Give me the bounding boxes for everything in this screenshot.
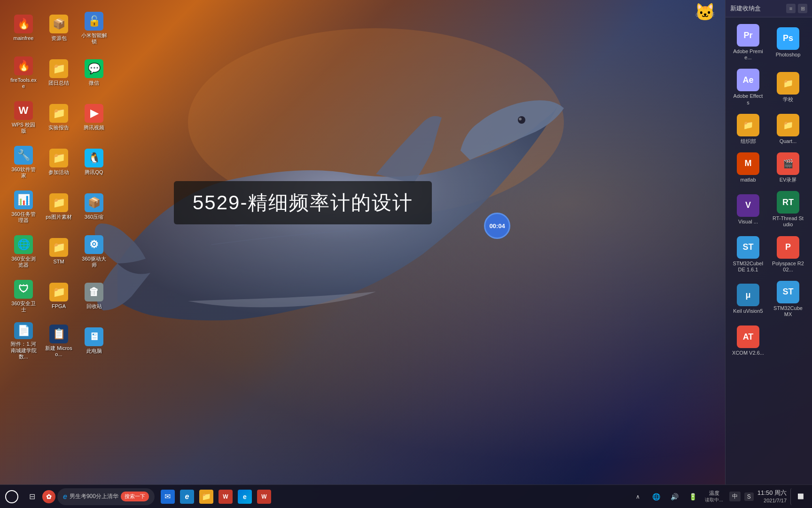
adobe-premiere-right-label: Adobe Premie... [732,48,764,61]
wps2-taskbar-btn[interactable]: W [217,488,234,505]
desktop-icon-firetools[interactable]: 🔥fireTools.exe [7,52,40,94]
360-manager-label: 360软件管家 [9,167,38,179]
wps-taskbar-btn[interactable]: ✿ [40,488,57,505]
desktop-icon-360-guard[interactable]: 🛡360安全卫士 [7,275,40,318]
taskbar-right: ∧ 🌐 🔊 🔋 温度 读取中... 中 S 11:50 周六 2021/7/17… [629,488,812,505]
svg-point-1 [518,116,525,124]
tray-network[interactable]: 🌐 [648,488,664,505]
tray-up-arrow[interactable]: ∧ [629,488,646,505]
desktop-icon-tengxu-qq[interactable]: 🐧腾讯QQ [78,141,110,183]
desktop-icon-fpga[interactable]: 📁FPGA [42,275,75,318]
fpga-label: FPGA [52,303,66,310]
right-icon-polyspace[interactable]: PPolyspace R202... [769,233,807,276]
360-manager-icon: 🔧 [14,146,33,165]
desktop-icon-tuanrizong[interactable]: 📁团日总结 [42,52,75,94]
show-desktop-btn[interactable]: ⬜ [790,488,807,505]
right-icon-xuexiao[interactable]: 📁学校 [769,66,807,108]
360-browser-icon: 🌐 [14,235,33,254]
desktop-icon-doc-henan[interactable]: 📄附件：1.河南城建学院数... [7,320,40,362]
desktop-icon-grid: 🔥mainfree📦资源包🔓小米智能解锁🔥fireTools.exe📁团日总结💬… [5,5,108,365]
right-icon-quart[interactable]: 📁Quart... [769,111,807,147]
desktop-icon-tengxu-video[interactable]: ▶腾讯视频 [78,96,110,139]
right-icon-matlab[interactable]: Mmatlab [729,150,767,186]
edge-taskbar-btn[interactable]: e [236,488,253,505]
desktop-icon-stm[interactable]: 📁STM [42,230,75,273]
tengxu-qq-label: 腾讯QQ [85,169,103,175]
wps-campus-icon: W [14,101,33,120]
desktop-icon-weixin[interactable]: 💬微信 [78,52,110,94]
desktop-icon-360-zip[interactable]: 📦360压缩 [78,186,110,228]
desktop-icon-360-browser[interactable]: 🌐360安全浏览器 [7,230,40,273]
zuzhipu-right-label: 组织部 [741,138,756,144]
right-icon-stm32-cubemx[interactable]: STSTM32CubeMX [769,278,807,320]
ie-taskbar-btn[interactable]: e [179,488,195,505]
search-button[interactable]: 搜索一下 [121,492,149,501]
lang-switch-s[interactable]: S [744,492,754,501]
new-microsoft-label: 新建 Microso... [45,345,73,357]
tuanrizong-icon: 📁 [49,59,68,78]
recycle-icon: 🗑 [85,283,103,302]
xiaomi-unlock-icon: 🔓 [85,12,103,31]
desktop-icon-360-manager[interactable]: 🔧360软件管家 [7,141,40,183]
svg-point-2 [519,118,522,120]
right-icon-zuzhipu[interactable]: 📁组织部 [729,111,767,147]
weather-text: 温度 [709,490,719,497]
timer-badge: 00:04 [484,213,510,239]
desktop-icon-ps-sucai[interactable]: 📁ps图片素材 [42,186,75,228]
recycle-label: 回收站 [86,303,102,310]
360-browser-label: 360安全浏览器 [9,256,38,268]
fpga-icon: 📁 [49,283,68,302]
mail-taskbar-btn[interactable]: ✉ [159,488,176,505]
start-button[interactable] [2,487,21,506]
xcom-right-label: XCOM V2.6... [732,350,764,356]
taskview-button[interactable]: ⊟ [23,488,40,505]
ie-search-bar[interactable]: e 男生考900分上清华 搜索一下 [57,488,155,505]
tengxu-video-label: 腾讯视频 [84,125,104,131]
weixin-icon: 💬 [85,59,103,78]
desktop-icon-360-task[interactable]: 📊360任务管理器 [7,186,40,228]
right-icon-adobe-effects[interactable]: AeAdobe Effects [729,66,767,108]
shiyanbaogao-icon: 📁 [49,104,68,123]
ps-sucai-label: ps图片素材 [46,214,72,220]
desktop-icon-this-pc[interactable]: 🖥此电脑 [78,320,110,362]
explorer-taskbar-btn[interactable]: 📁 [198,488,215,505]
weather-widget[interactable]: 温度 读取中... [705,490,723,503]
desktop-icon-wps-campus[interactable]: WWPS 校园版 [7,96,40,139]
desktop-icon-mainfree[interactable]: 🔥mainfree [7,7,40,49]
360-guard-icon: 🛡 [14,280,33,299]
cat-icon: 🐱 [695,2,716,22]
360-guard-label: 360安全卫士 [9,301,38,313]
right-icon-ev-luzhi[interactable]: 🎬EV录屏 [769,150,807,186]
lang-switch-zh[interactable]: 中 [729,492,741,501]
desktop-icon-shiyanbaogao[interactable]: 📁实验报告 [42,96,75,139]
adobe-photoshop-right-icon: Ps [777,27,799,50]
right-icon-keil[interactable]: μKeil uVision5 [729,278,767,320]
right-icons-grid: PrAdobe Premie...PsPhotoshopAeAdobe Effe… [726,17,812,363]
start-circle[interactable] [5,490,18,503]
360-zip-label: 360压缩 [85,214,103,220]
desktop-icon-recycle[interactable]: 🗑回收站 [78,275,110,318]
desktop-icon-can-huodong[interactable]: 📁参加活动 [42,141,75,183]
right-icon-rt-thread[interactable]: RTRT-Thread Studio [769,188,807,230]
right-icon-adobe-photoshop[interactable]: PsPhotoshop [769,21,807,64]
panel-grid-view-btn[interactable]: ⊞ [798,4,807,13]
tray-volume[interactable]: 🔊 [666,488,683,505]
panel-list-view-btn[interactable]: ≡ [786,4,796,13]
wps-campus-label: WPS 校园版 [9,122,38,134]
matlab-right-label: matlab [740,177,756,183]
wps-writer-taskbar-btn[interactable]: W [256,488,273,505]
tray-battery[interactable]: 🔋 [684,488,701,505]
right-icon-xcom[interactable]: ATXCOM V2.6... [729,323,767,359]
360-driver-icon: ⚙ [85,235,103,254]
can-huodong-label: 参加活动 [48,169,69,175]
ie-search-text: 男生考900分上清华 [70,492,118,500]
desktop-icon-ziyuanbao[interactable]: 📦资源包 [42,7,75,49]
right-icon-adobe-premiere[interactable]: PrAdobe Premie... [729,21,767,64]
desktop-icon-360-driver[interactable]: ⚙360驱动大师 [78,230,110,273]
desktop-icon-new-microsoft[interactable]: 📋新建 Microso... [42,320,75,362]
right-icon-visual[interactable]: VVisual ... [729,188,767,230]
visual-right-label: Visual ... [738,219,758,225]
right-icon-stm32-cubede[interactable]: STSTM32CubeIDE 1.6.1 [729,233,767,276]
clock-widget[interactable]: 11:50 周六 2021/7/17 [757,489,787,505]
desktop-icon-xiaomi-unlock[interactable]: 🔓小米智能解锁 [78,7,110,49]
